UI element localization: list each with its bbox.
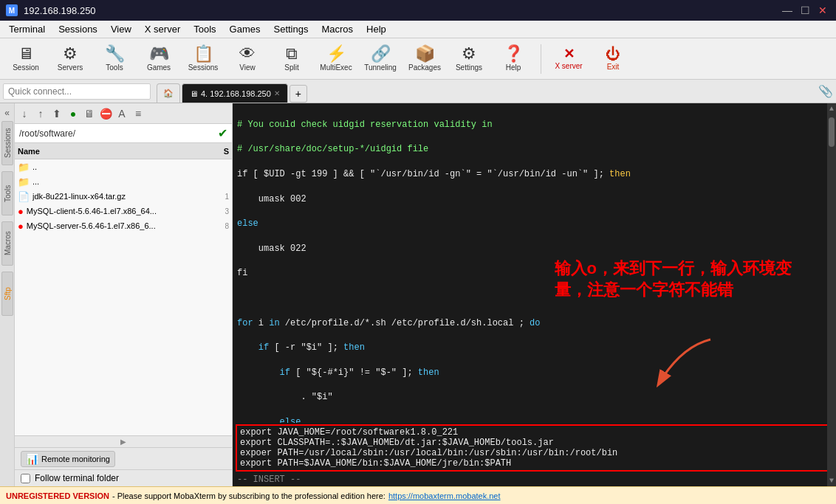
maximize-button[interactable]: ☐ bbox=[798, 3, 812, 18]
toolbar-view-label: View bbox=[239, 63, 256, 72]
term-line: . "$i" bbox=[237, 391, 832, 404]
terminal-panel[interactable]: # You could check uidgid reservation val… bbox=[233, 103, 836, 486]
collapse-arrow[interactable]: « bbox=[3, 106, 11, 120]
sidebar-item-macros[interactable]: Macros bbox=[1, 221, 13, 266]
file-tb-stop[interactable]: ⛔ bbox=[99, 107, 112, 120]
file-browser-panel: ↓ ↑ ⬆ ● 🖥 ⛔ A ≡ ✔ Name S 📁 .. 📁 ... bbox=[15, 103, 233, 486]
terminal-scrollbar[interactable]: ▲ ▼ bbox=[827, 103, 836, 486]
menu-terminal[interactable]: Terminal bbox=[3, 22, 51, 36]
term-line: # You could check uidgid reservation val… bbox=[237, 119, 832, 131]
mobatek-link[interactable]: https://mobaxterm.mobatek.net bbox=[388, 491, 501, 500]
tools-icon: 🔧 bbox=[105, 46, 125, 62]
menu-help[interactable]: Help bbox=[360, 22, 392, 36]
toolbar-games-label: Games bbox=[147, 63, 171, 72]
toolbar-session[interactable]: 🖥 Session bbox=[6, 41, 46, 77]
toolbar-split[interactable]: ⧉ Split bbox=[272, 41, 312, 77]
toolbar-tunneling[interactable]: 🔗 Tunneling bbox=[360, 41, 400, 77]
file-tb-parent[interactable]: ⬆ bbox=[50, 107, 64, 120]
tab-close-button[interactable]: ✕ bbox=[274, 89, 280, 97]
minimize-button[interactable]: — bbox=[780, 3, 795, 18]
tab-session4[interactable]: 🖥 4. 192.168.198.250 ✕ bbox=[182, 83, 288, 103]
export-line-3: expoer PATH=/usr/local/sbin:/usr/local/b… bbox=[240, 448, 829, 458]
remote-monitoring-button[interactable]: 📊 Remote monitoring bbox=[21, 451, 115, 467]
toolbar-view[interactable]: 👁 View bbox=[227, 41, 267, 77]
session-icon: 🖥 bbox=[18, 46, 34, 62]
term-line: for i in /etc/profile.d/*.sh /etc/profil… bbox=[237, 317, 832, 330]
toolbar-servers[interactable]: ⚙ Servers bbox=[50, 41, 90, 77]
toolbar-multiexec[interactable]: ⚡ MultiExec bbox=[316, 41, 356, 77]
toolbar-settings[interactable]: ⚙ Settings bbox=[449, 41, 489, 77]
scroll-down-arrow[interactable]: ▼ bbox=[828, 475, 835, 486]
settings-icon: ⚙ bbox=[462, 46, 476, 62]
menu-xserver[interactable]: X server bbox=[139, 22, 186, 36]
toolbar-help[interactable]: ❓ Help bbox=[493, 41, 533, 77]
toolbar-settings-label: Settings bbox=[456, 63, 482, 72]
file-tb-green[interactable]: ● bbox=[66, 107, 80, 120]
term-line: if [ -r "$i" ]; then bbox=[237, 342, 832, 354]
toolbar-multiexec-label: MultiExec bbox=[320, 63, 352, 72]
folder-icon: 📁 bbox=[18, 162, 30, 173]
toolbar-xserver[interactable]: ✕ X server bbox=[549, 41, 589, 77]
file-item-name: ... bbox=[32, 177, 204, 186]
list-item[interactable]: 📁 .. bbox=[15, 159, 232, 174]
session-tab-label: 4. 192.168.198.250 bbox=[201, 89, 271, 98]
new-tab-button[interactable]: + bbox=[289, 85, 307, 103]
list-item[interactable]: ● MySQL-server-5.6.46-1.el7.x86_6... 8 bbox=[15, 218, 232, 233]
toolbar-split-label: Split bbox=[284, 63, 298, 72]
session-tab-icon: 🖥 bbox=[190, 89, 198, 98]
side-tabs: « Sessions Tools Macros Sftp bbox=[0, 103, 15, 486]
help-icon: ❓ bbox=[504, 46, 524, 62]
monitor-icon: 📊 bbox=[26, 453, 38, 465]
titlebar-controls[interactable]: — ☐ ✕ bbox=[780, 3, 830, 18]
menu-settings[interactable]: Settings bbox=[268, 22, 315, 36]
toolbar-games[interactable]: 🎮 Games bbox=[139, 41, 179, 77]
follow-terminal-checkbox[interactable] bbox=[21, 474, 30, 483]
file-tb-text[interactable]: A bbox=[115, 107, 129, 120]
unregistered-label: UNREGISTERED VERSION bbox=[6, 491, 109, 500]
sidebar-item-sftp[interactable]: Sftp bbox=[1, 272, 13, 316]
tabs-area: 🏠 🖥 4. 192.168.198.250 ✕ + bbox=[157, 80, 818, 103]
file-tb-menu[interactable]: ≡ bbox=[131, 107, 145, 120]
file-tb-down[interactable]: ↓ bbox=[18, 107, 31, 120]
quick-connect-input[interactable] bbox=[3, 83, 151, 100]
sidebar-item-sessions[interactable]: Sessions bbox=[1, 121, 13, 165]
toolbar-sessions[interactable]: 📋 Sessions bbox=[183, 41, 223, 77]
toolbar-tools[interactable]: 🔧 Tools bbox=[95, 41, 134, 77]
toolbar-sessions-label: Sessions bbox=[188, 63, 219, 72]
toolbar-packages[interactable]: 📦 Packages bbox=[405, 41, 445, 77]
toolbar: 🖥 Session ⚙ Servers 🔧 Tools 🎮 Games 📋 Se… bbox=[0, 38, 836, 80]
scroll-up-arrow[interactable]: ▲ bbox=[828, 103, 835, 114]
file-item-name: MySQL-client-5.6.46-1.el7.x86_64... bbox=[27, 207, 204, 215]
attach-icon[interactable]: 📎 bbox=[818, 84, 833, 98]
list-item[interactable]: 📄 jdk-8u221-linux-x64.tar.gz 1 bbox=[15, 189, 232, 204]
file-tb-up[interactable]: ↑ bbox=[34, 107, 47, 120]
file-tb-screen[interactable]: 🖥 bbox=[83, 107, 96, 120]
file-item-name: jdk-8u221-linux-x64.tar.gz bbox=[32, 192, 204, 201]
multiexec-icon: ⚡ bbox=[326, 46, 346, 62]
term-line: fi bbox=[237, 267, 832, 280]
toolbar-exit-label: Exit bbox=[607, 63, 620, 71]
list-item[interactable]: 📁 ... bbox=[15, 174, 232, 189]
toolbar-servers-label: Servers bbox=[58, 63, 83, 72]
sidebar-item-tools[interactable]: Tools bbox=[1, 171, 13, 215]
tunneling-icon: 🔗 bbox=[371, 46, 391, 62]
tab-home[interactable]: 🏠 bbox=[157, 83, 180, 103]
menu-games[interactable]: Games bbox=[224, 22, 267, 36]
menu-tools[interactable]: Tools bbox=[188, 22, 222, 36]
menu-sessions[interactable]: Sessions bbox=[52, 22, 103, 36]
archive-icon: 📄 bbox=[18, 191, 30, 202]
toolbar-exit[interactable]: ⏻ Exit bbox=[593, 41, 633, 77]
term-line: if [ $UID -gt 199 ] && [ "`/usr/bin/id -… bbox=[237, 168, 832, 181]
list-item[interactable]: ● MySQL-client-5.6.46-1.el7.x86_64... 3 bbox=[15, 204, 232, 218]
term-line bbox=[237, 292, 832, 305]
status-bar: UNREGISTERED VERSION - Please support Mo… bbox=[0, 486, 836, 504]
close-button[interactable]: ✕ bbox=[815, 3, 830, 18]
scroll-thumb[interactable] bbox=[829, 117, 835, 147]
path-input[interactable] bbox=[19, 128, 218, 139]
menu-macros[interactable]: Macros bbox=[315, 22, 359, 36]
path-ok-icon[interactable]: ✔ bbox=[218, 126, 227, 140]
menu-view[interactable]: View bbox=[105, 22, 137, 36]
toolbar-help-label: Help bbox=[506, 63, 521, 72]
toolbar-session-label: Session bbox=[13, 63, 39, 72]
file-scroll-right[interactable]: ▶ bbox=[15, 435, 232, 447]
